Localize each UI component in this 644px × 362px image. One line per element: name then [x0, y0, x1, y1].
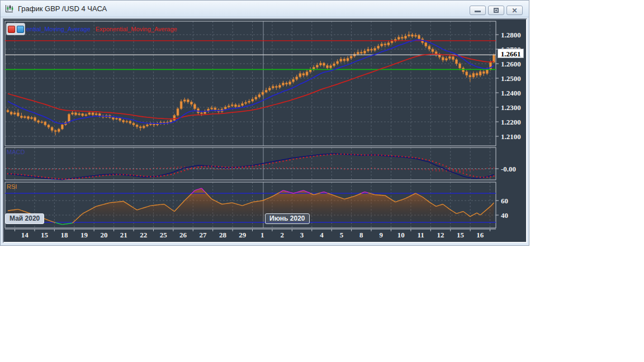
macd-signal-dot [157, 176, 158, 177]
macd-signal-dot [96, 175, 97, 177]
macd-signal-dot [218, 166, 219, 167]
close-icon: ✕ [512, 7, 517, 14]
macd-signal-dot [45, 177, 46, 178]
candle-body [408, 35, 410, 36]
candle-body [272, 87, 274, 88]
macd-signal-dot [167, 174, 168, 175]
candle-body [214, 108, 216, 110]
rsi-segment [59, 223, 62, 225]
close-button[interactable]: ✕ [506, 6, 523, 15]
moving-averages-layer [8, 40, 494, 123]
macd-signal-dot [245, 166, 246, 167]
rsi-segment [158, 204, 161, 205]
candle-body [20, 116, 22, 118]
minimize-icon [475, 11, 481, 12]
rsi-segment [259, 201, 263, 201]
macd-signal-dot [171, 174, 172, 175]
rsi-segment [378, 195, 382, 196]
candle-body [82, 113, 84, 116]
minimize-button[interactable] [470, 6, 486, 15]
x-axis-label: 19 [80, 231, 88, 239]
x-axis-label: 1 [261, 231, 264, 239]
macd-signal-dot [136, 175, 138, 176]
candle-body [119, 118, 121, 121]
macd-signal-dot [24, 174, 25, 175]
macd-signal-dot [215, 166, 216, 167]
ema-slow-color-chip[interactable] [8, 26, 15, 33]
x-axis-label: 4 [320, 231, 324, 239]
candle-body [486, 69, 488, 73]
macd-signal-dot [313, 156, 314, 157]
candle-body [469, 75, 471, 77]
candle-body [268, 88, 271, 90]
macd-signal-dot [306, 156, 307, 158]
candle-body [442, 58, 444, 60]
macd-signal-dot [75, 178, 76, 179]
candle-body [479, 72, 481, 75]
macd-signal-dot [51, 178, 53, 179]
macd-signal-dot [78, 178, 79, 179]
candle-body [286, 83, 288, 84]
candle-body [360, 52, 362, 53]
candle-body [476, 73, 478, 75]
ema-slow-legend-label[interactable]: Exponential_Moving_Average [96, 26, 177, 32]
macd-signal-dot [61, 178, 63, 179]
candle-body [432, 49, 434, 52]
maximize-button[interactable] [488, 6, 504, 15]
macd-signal-dot [490, 176, 491, 177]
candle-body [428, 46, 430, 49]
macd-signal-dot [252, 165, 253, 166]
legend-color-buttons [6, 23, 25, 35]
macd-signal-dot [55, 178, 56, 179]
macd-signal-dot [27, 175, 29, 176]
price-axis-label: 1.2100 [501, 132, 521, 141]
macd-signal-dot [187, 169, 188, 170]
candle-body [482, 72, 485, 74]
rsi-segment [110, 202, 113, 203]
x-axis-label: 11 [417, 231, 424, 239]
rsi-segment [120, 201, 124, 202]
ema-fast-legend-label[interactable]: ential_Moving_Average [26, 26, 91, 32]
chart-area[interactable]: 1415181920212225262728291234589101112151… [3, 18, 527, 243]
macd-signal-dot [191, 168, 192, 169]
macd-signal-dot [486, 177, 487, 178]
macd-signal-dot [279, 161, 280, 162]
macd-signal-dot [401, 156, 402, 157]
macd-signal-dot [7, 173, 8, 174]
candle-body [296, 77, 298, 79]
rsi-axis-label: 40 [501, 211, 508, 220]
rsi-segment [69, 223, 72, 223]
macd-signal-dot [415, 157, 416, 158]
macd-signal-dot [310, 156, 311, 157]
x-axis-label: 15 [41, 231, 49, 239]
maximize-icon [494, 8, 499, 13]
candle-body [337, 61, 339, 64]
rsi-segment [154, 205, 157, 206]
macd-signal-dot [126, 174, 127, 175]
candle-body [211, 108, 213, 109]
macd-signal-dot [320, 155, 321, 156]
rsi-axis-label: 60 [501, 197, 508, 205]
candle-body [333, 64, 335, 66]
candle-body [139, 127, 141, 128]
macd-signal-dot [293, 159, 294, 160]
rsi-segment [8, 210, 11, 211]
macd-signal-dot [337, 154, 338, 155]
macd-signal-dot [259, 165, 260, 166]
chart-canvas[interactable]: 1415181920212225262728291234589101112151… [4, 20, 526, 242]
candle-body [143, 126, 145, 128]
candle-body [384, 44, 386, 45]
macd-signal-dot [262, 164, 263, 165]
macd-signal-dot [41, 177, 42, 178]
macd-signal-dot [201, 166, 202, 167]
candle-body [245, 102, 247, 103]
candle-body [190, 102, 192, 104]
candle-body [319, 63, 321, 65]
candle-body [44, 122, 46, 125]
window-titlebar[interactable]: График GBP /USD 4 ЧАСА ✕ [1, 1, 529, 17]
macd-signal-dot [140, 175, 141, 177]
macd-signal-dot [364, 154, 365, 155]
macd-signal-dot [326, 154, 328, 155]
candle-body [201, 113, 203, 114]
ema-fast-color-chip[interactable] [17, 26, 24, 33]
